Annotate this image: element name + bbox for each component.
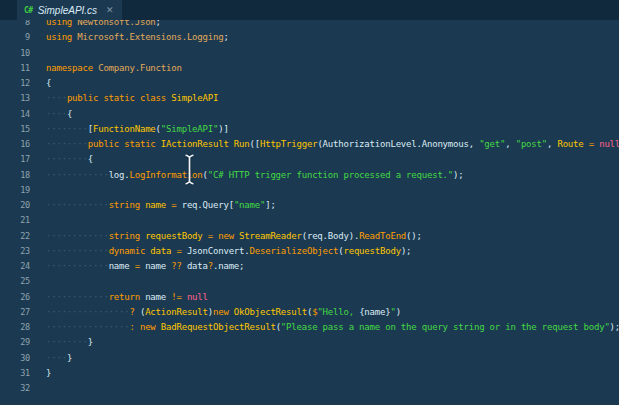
code-token: ) [396,307,401,317]
code-token: OkObjectResult [229,307,307,317]
line-number[interactable]: 22 [0,229,30,244]
code-token: = [584,139,600,149]
code-token: } [67,353,72,363]
line-number[interactable]: 30 [0,351,30,366]
line-number[interactable]: 26 [0,290,30,305]
code-token: name [145,261,171,271]
whitespace-dots: ········ [46,124,88,134]
line-number[interactable]: 20 [0,198,30,213]
code-token: = [203,231,219,241]
line-number[interactable]: 23 [0,244,30,259]
code-token: name [140,292,171,302]
code-token: req.Query[ [182,200,234,210]
code-token: FunctionName [93,124,156,134]
line-number[interactable]: 17 [0,152,30,167]
whitespace-dots: ················ [46,322,130,332]
line-number[interactable]: 10 [0,46,30,61]
code-line[interactable]: 18············log.LogInformation("C# HTT… [0,168,619,183]
close-icon[interactable]: ✕ [106,5,114,15]
editor[interactable]: 8using Newtonsoft.Json;9using Microsoft.… [0,15,619,396]
code-line-content [30,213,46,228]
code-token: { [67,109,72,119]
whitespace-dots: ············ [46,292,109,302]
code-line[interactable]: 13····public static class SimpleAPI [0,91,619,106]
code-line-content: ················: new BadRequestObjectRe… [30,320,619,335]
code-line[interactable]: 19 [0,183,619,198]
line-number[interactable]: 12 [0,76,30,91]
line-number[interactable]: 31 [0,366,30,381]
code-token: data [145,246,171,256]
code-line[interactable]: 9using Microsoft.Extensions.Logging; [0,30,619,45]
code-token: {name} [359,307,390,317]
line-number[interactable]: 14 [0,107,30,122]
code-line[interactable]: 29········} [0,335,619,350]
line-number[interactable]: 15 [0,122,30,137]
line-number[interactable]: 29 [0,335,30,350]
whitespace-dots: ···· [46,93,67,103]
line-number[interactable]: 28 [0,320,30,335]
mouse-cursor-ibeam [184,154,195,185]
tab-simpleapi[interactable]: C# SimpleAPI.cs ✕ [17,0,122,20]
code-line[interactable]: 20············string name = req.Query["n… [0,198,619,213]
code-token: "get" [479,139,505,149]
line-number[interactable]: 21 [0,213,30,228]
line-number[interactable]: 13 [0,91,30,106]
code-line[interactable]: 10 [0,46,619,61]
code-line[interactable]: 22············string requestBody = new S… [0,229,619,244]
code-line[interactable]: 17········{ [0,152,619,167]
line-number[interactable]: 16 [0,137,30,152]
code-token: ?? [171,261,181,271]
line-number[interactable]: 27 [0,305,30,320]
line-number[interactable]: 19 [0,183,30,198]
code-token: string [109,200,140,210]
code-token: { [88,154,93,164]
code-token: } [88,337,93,347]
code-line-content: ····{ [30,107,72,122]
code-line[interactable]: 26············return name != null [0,290,619,305]
code-token: ([ [250,139,260,149]
code-line[interactable]: 15········[FunctionName("SimpleAPI")] [0,122,619,137]
line-number[interactable]: 25 [0,274,30,289]
line-number[interactable]: 32 [0,381,30,396]
code-line[interactable]: 32 [0,381,619,396]
line-number[interactable]: 9 [0,30,30,45]
code-line[interactable]: 30····} [0,351,619,366]
code-line[interactable]: 25 [0,274,619,289]
line-number[interactable]: 18 [0,168,30,183]
code-line[interactable]: 21 [0,213,619,228]
code-line[interactable]: 28················: new BadRequestObject… [0,320,619,335]
code-token: "Please pass a name on the query string … [281,322,610,332]
code-token: { [46,78,51,88]
code-line[interactable]: 24············name = name ?? data?.name; [0,259,619,274]
code-line[interactable]: 11namespace Company.Function [0,61,619,76]
code-token: ActionResult [145,307,208,317]
code-line-content: ············return name != null [30,290,208,305]
code-token: SimpleAPI [166,93,218,103]
code-token: DeserializeObject [250,246,339,256]
code-token: log. [109,170,130,180]
code-token: "post" [516,139,547,149]
code-line[interactable]: 27················? (ActionResult)new Ok… [0,305,619,320]
code-token: return [109,292,140,302]
code-line-content: ········public static IActionResult Run(… [30,137,619,152]
code-token: ); [453,170,463,180]
code-token: null [187,292,208,302]
code-line[interactable]: 31} [0,366,619,381]
code-line[interactable]: 14····{ [0,107,619,122]
line-number[interactable]: 11 [0,61,30,76]
code-line-content [30,183,46,198]
code-token: ); [610,322,619,332]
code-line[interactable]: 12{ [0,76,619,91]
code-token: ? [130,307,140,317]
line-number[interactable]: 24 [0,259,30,274]
code-token: , [547,139,557,149]
code-line-content: ············name = name ?? data?.name; [30,259,244,274]
code-line[interactable]: 23············dynamic data = JsonConvert… [0,244,619,259]
whitespace-dots: ········ [46,337,88,347]
code-lines: 8using Newtonsoft.Json;9using Microsoft.… [0,15,619,396]
code-line[interactable]: 16········public static IActionResult Ru… [0,137,619,152]
code-line-content [30,274,46,289]
code-token: : [130,322,140,332]
code-line-content: ········} [30,335,93,350]
code-token: public static class [67,93,166,103]
